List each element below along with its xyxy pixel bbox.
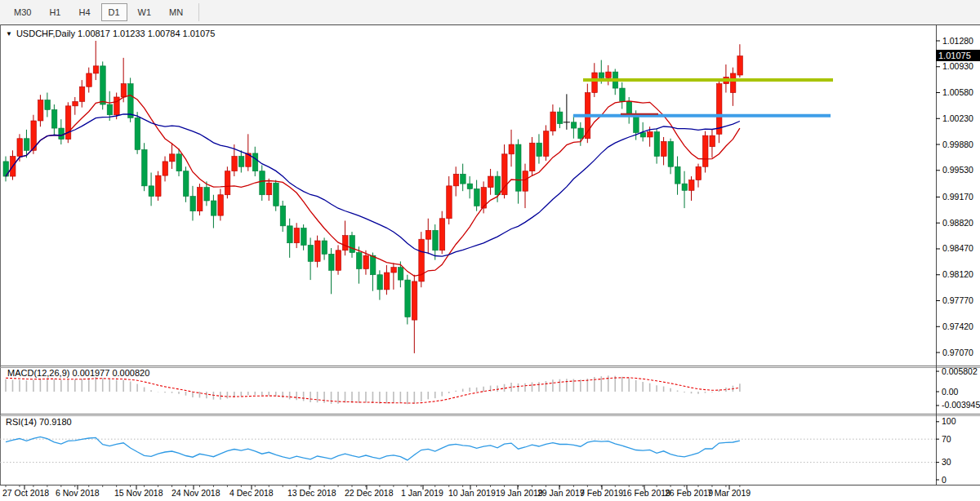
bull-candle bbox=[343, 236, 349, 250]
date-axis-label: 22 Dec 2018 bbox=[345, 488, 394, 498]
bear-candle bbox=[149, 186, 154, 197]
bull-candle bbox=[439, 219, 445, 250]
price-axis-label: 0.98820 bbox=[942, 218, 973, 228]
bull-candle bbox=[648, 132, 653, 137]
timeframe-button-m30[interactable]: M30 bbox=[7, 3, 38, 21]
bear-candle bbox=[516, 144, 522, 191]
rsi-levels bbox=[0, 439, 936, 462]
bear-candle bbox=[640, 133, 646, 137]
price-axis-label: 1.00580 bbox=[942, 87, 973, 97]
bull-candle bbox=[336, 250, 341, 270]
current-price-tag: 1.01075 bbox=[936, 50, 980, 61]
macd-indicator-label: MACD(12,26,9) 0.001977 0.000820 bbox=[7, 368, 149, 378]
bull-candle bbox=[412, 282, 417, 320]
rsi-axis-label: 100 bbox=[942, 416, 956, 426]
price-axis-label: 0.97420 bbox=[942, 321, 973, 331]
bull-candle bbox=[218, 195, 224, 215]
bull-candle bbox=[662, 141, 667, 156]
date-axis-label: 4 Dec 2018 bbox=[229, 488, 274, 498]
bull-candle bbox=[737, 56, 743, 75]
bull-candle bbox=[266, 183, 272, 195]
date-axis-label: 6 Nov 2018 bbox=[56, 488, 100, 498]
bear-candle bbox=[433, 230, 439, 250]
rsi-axis-label: 30 bbox=[942, 457, 951, 467]
bear-candle bbox=[599, 73, 604, 78]
bull-candle bbox=[17, 139, 23, 157]
timeframe-button-d1[interactable]: D1 bbox=[101, 3, 127, 21]
bull-candle bbox=[606, 72, 612, 78]
bull-candle bbox=[730, 73, 736, 93]
bear-candle bbox=[176, 154, 182, 171]
date-axis-label: 10 Jan 2019 bbox=[448, 488, 496, 498]
bear-candle bbox=[135, 117, 140, 149]
bear-candle bbox=[474, 188, 480, 206]
bull-candle bbox=[197, 188, 203, 211]
bear-candle bbox=[350, 236, 355, 253]
bear-candle bbox=[183, 171, 189, 197]
timeframe-button-w1[interactable]: W1 bbox=[131, 3, 159, 21]
macd-histogram bbox=[6, 375, 740, 404]
candles-group bbox=[3, 41, 742, 353]
bull-candle bbox=[425, 230, 431, 239]
bull-candle bbox=[73, 101, 78, 105]
bear-candle bbox=[675, 166, 681, 184]
bull-candle bbox=[384, 273, 390, 290]
bear-candle bbox=[51, 109, 57, 128]
date-axis[interactable]: 27 Oct 20186 Nov 201815 Nov 201824 Nov 2… bbox=[2, 485, 751, 498]
bear-candle bbox=[238, 157, 244, 167]
bull-candle bbox=[93, 66, 99, 73]
price-axis-label: 1.00930 bbox=[942, 61, 973, 71]
bear-candle bbox=[322, 241, 327, 254]
date-axis-label: 26 Feb 2019 bbox=[665, 488, 713, 498]
bear-candle bbox=[204, 188, 209, 201]
timeframe-button-h4[interactable]: H4 bbox=[71, 3, 97, 21]
price-axis-label: 0.99530 bbox=[942, 165, 973, 175]
bull-candle bbox=[543, 131, 549, 157]
bear-candle bbox=[142, 149, 148, 185]
bull-candle bbox=[232, 157, 238, 171]
bear-candle bbox=[211, 201, 216, 215]
macd-axis-label: 0.00 bbox=[942, 387, 959, 397]
date-axis-label: 27 Oct 2018 bbox=[2, 488, 49, 498]
date-axis-label: 24 Nov 2018 bbox=[172, 488, 220, 498]
bear-candle bbox=[654, 132, 660, 157]
symbol-dropdown-icon[interactable]: ▼ bbox=[6, 30, 12, 38]
timeframe-toolbar: M30H1H4D1W1MN bbox=[0, 0, 980, 24]
panel-borders bbox=[0, 24, 980, 485]
bear-candle bbox=[620, 88, 626, 101]
bear-candle bbox=[59, 128, 65, 140]
bear-candle bbox=[356, 253, 362, 269]
bull-candle bbox=[121, 84, 127, 97]
bear-candle bbox=[377, 275, 383, 290]
bear-candle bbox=[301, 228, 307, 246]
price-axis-label: 0.99880 bbox=[942, 140, 973, 149]
bull-candle bbox=[38, 100, 43, 121]
bear-candle bbox=[329, 254, 335, 270]
bear-candle bbox=[45, 100, 51, 110]
bull-candle bbox=[689, 180, 695, 191]
bear-candle bbox=[128, 84, 134, 118]
price-axis-label: 0.97770 bbox=[942, 295, 973, 305]
price-axis-label: 0.98470 bbox=[942, 243, 973, 253]
chart-canvas[interactable]: 1.012801.009301.005801.002300.998800.995… bbox=[0, 24, 980, 501]
rsi-axis-label: 70 bbox=[942, 434, 951, 444]
price-axis-label: 0.98120 bbox=[942, 269, 973, 279]
macd-axis-label: 0.005802 bbox=[942, 366, 978, 376]
date-axis-label: 19 Jan 2019 bbox=[496, 488, 543, 498]
bull-candle bbox=[447, 186, 452, 219]
bear-candle bbox=[571, 122, 577, 128]
timeframe-button-h1[interactable]: H1 bbox=[42, 3, 68, 21]
date-axis-label: 7 Feb 2019 bbox=[580, 488, 623, 498]
bull-candle bbox=[488, 176, 494, 188]
bear-candle bbox=[467, 184, 473, 188]
price-axis-label: 1.00230 bbox=[942, 113, 973, 123]
price-axis[interactable]: 1.012801.009301.005801.002300.998800.995… bbox=[936, 36, 973, 357]
slow-ma-line bbox=[6, 114, 740, 256]
bull-candle bbox=[702, 135, 708, 166]
timeframe-button-mn[interactable]: MN bbox=[162, 3, 190, 21]
date-axis-label: 1 Jan 2019 bbox=[401, 488, 443, 498]
bear-candle bbox=[190, 197, 196, 211]
bull-candle bbox=[523, 171, 528, 191]
bear-candle bbox=[682, 184, 688, 190]
chart-title: USDCHF,Daily 1.00817 1.01233 1.00784 1.0… bbox=[16, 29, 215, 38]
